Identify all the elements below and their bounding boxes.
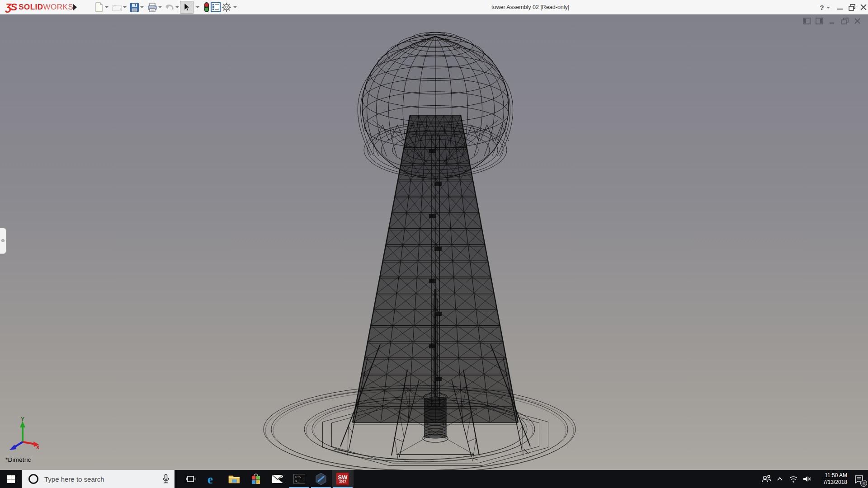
help-button[interactable]: ? (816, 2, 827, 13)
help-caret[interactable] (826, 6, 830, 9)
wifi-icon[interactable] (787, 470, 800, 488)
mail-button[interactable] (267, 470, 288, 488)
taskbar-apps: e C:\ >_ (180, 470, 354, 488)
save-caret[interactable] (140, 5, 144, 9)
tray-time: 11:50 AM (816, 472, 847, 479)
doc-close-icon[interactable] (854, 17, 862, 25)
document-title: tower Assembly 02 [Read-only] (491, 4, 569, 10)
dassault-mark-icon: ƷS (5, 1, 16, 13)
triad-x-label: X (36, 445, 40, 450)
file-explorer-button[interactable] (223, 470, 245, 488)
document-window-controls (803, 17, 862, 25)
hidden-icons-chevron[interactable] (773, 470, 787, 488)
cortana-icon (28, 474, 39, 484)
solidworks-logo: ƷS SOLIDWORKS (5, 1, 73, 13)
select-tool-button[interactable] (180, 1, 193, 14)
logo-text-solid: SOLID (19, 3, 43, 12)
tray-date: 7/13/2018 (816, 479, 847, 486)
new-document-caret[interactable] (105, 5, 108, 9)
view-orientation-label: *Dimetric (5, 456, 31, 463)
save-button[interactable] (128, 1, 140, 13)
tab-handle-dot (1, 239, 5, 242)
taskbar-search[interactable] (22, 470, 175, 488)
doc-restore-icon[interactable] (841, 17, 849, 25)
command-prompt-button[interactable]: C:\ >_ (288, 470, 310, 488)
edge-button[interactable]: e (202, 470, 223, 488)
open-button[interactable] (111, 1, 123, 13)
notification-badge: 4 (860, 480, 867, 487)
action-center-button[interactable]: 4 (850, 470, 868, 488)
search-input[interactable] (44, 475, 148, 483)
title-bar: ƷS SOLIDWORKS (0, 0, 868, 14)
volume-muted-icon[interactable] (800, 470, 814, 488)
model-wireframe-tesla-tower (0, 14, 868, 470)
close-button[interactable] (858, 2, 868, 13)
pane-left-icon[interactable] (803, 17, 811, 25)
toolbar-separator (69, 2, 69, 12)
system-tray: 11:50 AM 7/13/2018 4 (760, 470, 868, 488)
graphics-viewport[interactable]: Y X *Dimetric (0, 14, 868, 470)
tray-clock[interactable]: 11:50 AM 7/13/2018 (816, 472, 847, 486)
print-button[interactable] (146, 1, 158, 13)
undo-caret[interactable] (175, 5, 179, 9)
windows-taskbar: e C:\ >_ (0, 470, 868, 488)
orientation-triad: Y X (7, 416, 40, 451)
doc-minimize-icon[interactable] (828, 17, 836, 25)
new-document-button[interactable] (93, 1, 105, 13)
task-view-button[interactable] (180, 470, 202, 488)
print-caret[interactable] (158, 5, 162, 9)
screen: ƷS SOLIDWORKS (0, 0, 868, 488)
undo-button[interactable] (164, 1, 175, 13)
pane-right-icon[interactable] (816, 17, 824, 25)
microphone-icon[interactable] (162, 474, 170, 484)
svg-text:e: e (208, 473, 213, 485)
start-button[interactable] (0, 470, 22, 488)
store-button[interactable] (245, 470, 267, 488)
display-pane-button[interactable] (210, 1, 222, 13)
panel-collapse-tab[interactable] (0, 228, 6, 254)
solidworks-2017-button[interactable]: SW 2017 (332, 470, 354, 488)
options-caret[interactable] (233, 5, 237, 9)
people-icon[interactable] (760, 470, 773, 488)
open-caret[interactable] (123, 5, 127, 9)
hexagon-app-button[interactable] (310, 470, 332, 488)
restore-button[interactable] (846, 2, 857, 13)
select-tool-caret[interactable] (196, 5, 199, 9)
options-gear-button[interactable] (221, 1, 232, 13)
menu-flyout-arrow[interactable] (71, 3, 78, 12)
minimize-button[interactable] (835, 2, 845, 13)
